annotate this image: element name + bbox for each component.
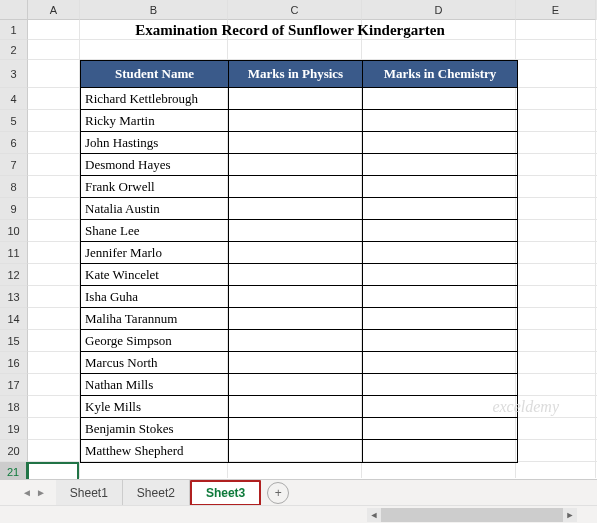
row-header-14[interactable]: 14	[0, 308, 28, 330]
cell-marks-chemistry[interactable]	[363, 88, 517, 109]
cell-marks-chemistry[interactable]	[363, 110, 517, 131]
cell-marks-chemistry[interactable]	[363, 132, 517, 153]
col-header-d[interactable]: D	[362, 0, 516, 20]
cell-marks-chemistry[interactable]	[363, 154, 517, 175]
cell-marks-physics[interactable]	[229, 132, 363, 153]
cell-marks-physics[interactable]	[229, 242, 363, 263]
scroll-thumb[interactable]	[381, 508, 563, 522]
cell-marks-chemistry[interactable]	[363, 374, 517, 395]
cell-marks-physics[interactable]	[229, 264, 363, 285]
cell-student-name[interactable]: Maliha Tarannum	[81, 308, 229, 329]
cell-marks-physics[interactable]	[229, 440, 363, 462]
row-header-6[interactable]: 6	[0, 132, 28, 154]
cell-marks-chemistry[interactable]	[363, 418, 517, 439]
main-area: A B C D E Examination Record of Sunflowe…	[28, 0, 597, 478]
row-header-9[interactable]: 9	[0, 198, 28, 220]
cell-marks-chemistry[interactable]	[363, 220, 517, 241]
cell-marks-chemistry[interactable]	[363, 396, 517, 417]
cell-marks-chemistry[interactable]	[363, 286, 517, 307]
cell-student-name[interactable]: Matthew Shepherd	[81, 440, 229, 462]
scroll-left-icon[interactable]: ◄	[367, 508, 381, 522]
cell-marks-physics[interactable]	[229, 154, 363, 175]
row-header-12[interactable]: 12	[0, 264, 28, 286]
cell-marks-physics[interactable]	[229, 198, 363, 219]
row-header-20[interactable]: 20	[0, 440, 28, 462]
cell-student-name[interactable]: John Hastings	[81, 132, 229, 153]
cell-marks-physics[interactable]	[229, 418, 363, 439]
row-header-13[interactable]: 13	[0, 286, 28, 308]
cell-marks-chemistry[interactable]	[363, 242, 517, 263]
scroll-right-icon[interactable]: ►	[563, 508, 577, 522]
col-header-b[interactable]: B	[80, 0, 228, 20]
cell-marks-physics[interactable]	[229, 308, 363, 329]
cell-student-name[interactable]: Benjamin Stokes	[81, 418, 229, 439]
tab-sheet1[interactable]: Sheet1	[56, 480, 123, 506]
table-row: Kate Wincelet	[81, 264, 517, 286]
header-student-name[interactable]: Student Name	[81, 61, 229, 87]
cell-student-name[interactable]: Shane Lee	[81, 220, 229, 241]
row-header-5[interactable]: 5	[0, 110, 28, 132]
cell-student-name[interactable]: Kyle Mills	[81, 396, 229, 417]
tab-nav-prev-icon[interactable]: ◄	[22, 487, 32, 498]
cell-marks-physics[interactable]	[229, 110, 363, 131]
cell-marks-chemistry[interactable]	[363, 440, 517, 462]
cell-student-name[interactable]: Marcus North	[81, 352, 229, 373]
row-header-15[interactable]: 15	[0, 330, 28, 352]
cell-student-name[interactable]: Richard Kettlebrough	[81, 88, 229, 109]
tab-sheet2[interactable]: Sheet2	[123, 480, 190, 506]
table-row: Jennifer Marlo	[81, 242, 517, 264]
cell-marks-chemistry[interactable]	[363, 198, 517, 219]
cell-marks-physics[interactable]	[229, 374, 363, 395]
add-sheet-button[interactable]: +	[267, 482, 289, 504]
cell-marks-physics[interactable]	[229, 286, 363, 307]
cell-marks-physics[interactable]	[229, 220, 363, 241]
row-header-17[interactable]: 17	[0, 374, 28, 396]
cell-marks-chemistry[interactable]	[363, 176, 517, 197]
table-row: Ricky Martin	[81, 110, 517, 132]
row-header-19[interactable]: 19	[0, 418, 28, 440]
cell-student-name[interactable]: Nathan Mills	[81, 374, 229, 395]
table-row: Benjamin Stokes	[81, 418, 517, 440]
col-header-a[interactable]: A	[28, 0, 80, 20]
cell-student-name[interactable]: Isha Guha	[81, 286, 229, 307]
sheet-tabs-bar: ◄ ► Sheet1Sheet2Sheet3 +	[0, 479, 597, 505]
cell-student-name[interactable]: Ricky Martin	[81, 110, 229, 131]
cell-student-name[interactable]: Frank Orwell	[81, 176, 229, 197]
col-header-e[interactable]: E	[516, 0, 596, 20]
cell-marks-physics[interactable]	[229, 176, 363, 197]
cell-student-name[interactable]: Kate Wincelet	[81, 264, 229, 285]
col-header-c[interactable]: C	[228, 0, 362, 20]
select-all-corner[interactable]	[0, 0, 28, 20]
cell-marks-physics[interactable]	[229, 88, 363, 109]
scroll-track[interactable]: ◄ ►	[367, 508, 577, 522]
cell-student-name[interactable]: Jennifer Marlo	[81, 242, 229, 263]
cell-marks-physics[interactable]	[229, 330, 363, 351]
tab-nav-next-icon[interactable]: ►	[36, 487, 46, 498]
cell-marks-chemistry[interactable]	[363, 352, 517, 373]
row-header-16[interactable]: 16	[0, 352, 28, 374]
cell-marks-chemistry[interactable]	[363, 308, 517, 329]
cell-marks-physics[interactable]	[229, 396, 363, 417]
row-header-8[interactable]: 8	[0, 176, 28, 198]
cell-marks-physics[interactable]	[229, 352, 363, 373]
table-row: Matthew Shepherd	[81, 440, 517, 462]
table-row: John Hastings	[81, 132, 517, 154]
cell-student-name[interactable]: Natalia Austin	[81, 198, 229, 219]
cell-student-name[interactable]: George Simpson	[81, 330, 229, 351]
sheet-cells[interactable]: Examination Record of Sunflower Kinderga…	[28, 20, 597, 478]
row-header-2[interactable]: 2	[0, 40, 28, 60]
row-header-7[interactable]: 7	[0, 154, 28, 176]
cell-marks-chemistry[interactable]	[363, 264, 517, 285]
row-header-1[interactable]: 1	[0, 20, 28, 40]
row-header-18[interactable]: 18	[0, 396, 28, 418]
cell-marks-chemistry[interactable]	[363, 330, 517, 351]
header-marks-physics[interactable]: Marks in Physics	[229, 61, 363, 87]
title-cell[interactable]: Examination Record of Sunflower Kinderga…	[80, 20, 500, 40]
row-header-3[interactable]: 3	[0, 60, 28, 88]
header-marks-chemistry[interactable]: Marks in Chemistry	[363, 61, 517, 87]
cell-student-name[interactable]: Desmond Hayes	[81, 154, 229, 175]
row-header-10[interactable]: 10	[0, 220, 28, 242]
tab-sheet3[interactable]: Sheet3	[190, 480, 261, 506]
row-header-11[interactable]: 11	[0, 242, 28, 264]
row-header-4[interactable]: 4	[0, 88, 28, 110]
